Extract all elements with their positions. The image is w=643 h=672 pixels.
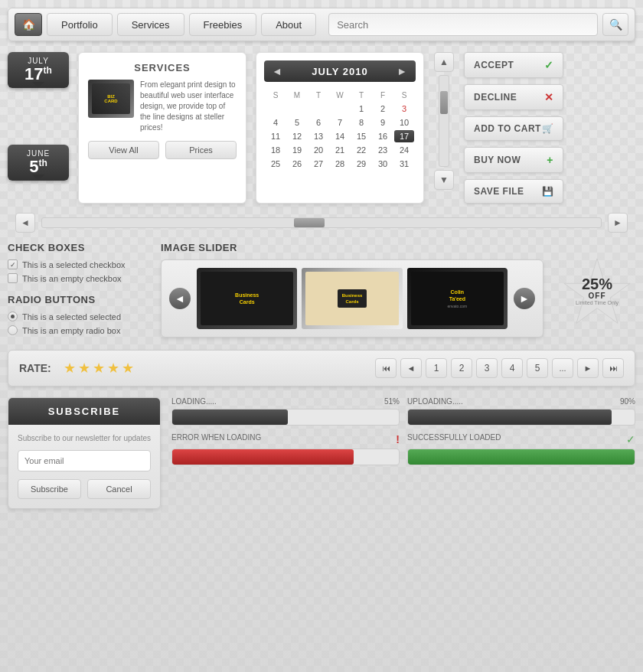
radio-1[interactable]: [8, 312, 18, 321]
decline-button[interactable]: DECLINE ✕: [464, 84, 563, 110]
cal-cell[interactable]: 23: [373, 144, 393, 156]
star-5[interactable]: ★: [122, 360, 134, 377]
page-last-button[interactable]: ⏭: [602, 358, 624, 378]
success-label: SUCCESSFULLY LOADED: [407, 433, 501, 445]
page-4-button[interactable]: 4: [501, 358, 523, 378]
search-icon[interactable]: 🔍: [602, 13, 628, 36]
save-file-button[interactable]: SAVE FILE 💾: [464, 179, 563, 204]
cal-cell[interactable]: 13: [308, 130, 328, 142]
cal-cell[interactable]: 29: [351, 158, 371, 170]
cal-cell[interactable]: 4: [266, 116, 286, 129]
rate-label: RATE:: [19, 362, 51, 374]
navbar: 🏠 Portfolio Services Freebies About 🔍: [8, 8, 635, 41]
cal-cell[interactable]: 19: [287, 144, 307, 156]
cal-cell[interactable]: 2: [373, 103, 393, 115]
cal-cell[interactable]: 6: [308, 116, 328, 129]
cal-cell[interactable]: 31: [394, 158, 414, 170]
radio-item-2[interactable]: This is an empty radio box: [8, 325, 145, 335]
page-3-button[interactable]: 3: [476, 358, 498, 378]
cal-cell[interactable]: 20: [308, 144, 328, 156]
nav-home-button[interactable]: 🏠: [15, 13, 42, 36]
subscribe-button[interactable]: Subscribe: [18, 479, 81, 499]
slider-thumb[interactable]: [294, 218, 325, 227]
cal-cell[interactable]: 18: [266, 144, 286, 156]
error-icon: !: [396, 433, 400, 445]
star-4[interactable]: ★: [107, 360, 119, 377]
scroll-up-button[interactable]: ▲: [434, 52, 454, 72]
cal-cell[interactable]: 27: [308, 158, 328, 170]
checkbox-item-1[interactable]: This is a selected checkbox: [8, 259, 145, 269]
checkbox-item-2[interactable]: This is an empty checkbox: [8, 273, 145, 283]
cal-cell[interactable]: 12: [287, 130, 307, 142]
scroll-thumb[interactable]: [440, 91, 448, 114]
checkbox-2[interactable]: [8, 273, 18, 283]
page-1-button[interactable]: 1: [426, 358, 447, 378]
star-1[interactable]: ★: [64, 360, 76, 377]
cal-cell[interactable]: [330, 103, 350, 115]
cal-cell[interactable]: 28: [330, 158, 350, 170]
nav-portfolio-button[interactable]: Portfolio: [47, 13, 113, 36]
cal-cell[interactable]: [308, 103, 328, 115]
scroll-down-button[interactable]: ▼: [434, 170, 454, 190]
prices-button[interactable]: Prices: [165, 141, 237, 159]
page-prev-button[interactable]: ◄: [400, 358, 422, 378]
cal-cell[interactable]: 11: [266, 130, 286, 142]
horizontal-slider-row: ◄ ►: [8, 213, 635, 233]
cal-cell[interactable]: 21: [330, 144, 350, 156]
page-first-button[interactable]: ⏮: [375, 358, 397, 378]
slider-right-button[interactable]: ►: [608, 213, 628, 233]
calendar-next-button[interactable]: ►: [397, 65, 408, 77]
decline-label: DECLINE: [474, 92, 517, 103]
star-2[interactable]: ★: [78, 360, 90, 377]
slider-left-button[interactable]: ◄: [15, 213, 35, 233]
image-slider-title: IMAGE SLIDER: [161, 242, 543, 253]
cal-cell[interactable]: 8: [351, 116, 371, 129]
uploading-percent: 90%: [620, 397, 635, 406]
radio-label-1: This is a selected selected: [22, 312, 121, 321]
cal-cell[interactable]: 30: [373, 158, 393, 170]
page-next-button[interactable]: ►: [577, 358, 599, 378]
image-slider-prev-button[interactable]: ◄: [169, 288, 191, 309]
page-5-button[interactable]: 5: [527, 358, 548, 378]
cal-cell[interactable]: 25: [266, 158, 286, 170]
nav-about-button[interactable]: About: [261, 13, 316, 36]
nav-freebies-button[interactable]: Freebies: [189, 13, 257, 36]
cal-cell[interactable]: 15: [351, 130, 371, 142]
add-to-cart-button[interactable]: ADD TO CART 🛒: [464, 116, 563, 141]
cal-cell[interactable]: 14: [330, 130, 350, 142]
cal-cell[interactable]: 24: [394, 144, 414, 156]
radio-2[interactable]: [8, 325, 18, 335]
view-all-button[interactable]: View All: [88, 141, 159, 159]
cal-day-w: W: [330, 90, 350, 101]
plus-icon: +: [547, 154, 553, 166]
search-input[interactable]: [328, 13, 598, 36]
cal-cell[interactable]: [287, 103, 307, 115]
email-input[interactable]: [18, 450, 151, 471]
cal-cell[interactable]: 5: [287, 116, 307, 129]
cal-cell[interactable]: 1: [351, 103, 371, 115]
cal-cell[interactable]: 3: [394, 103, 414, 115]
calendar-prev-button[interactable]: ◄: [272, 65, 283, 77]
slider-track[interactable]: [41, 217, 602, 228]
x-icon: ✕: [544, 91, 554, 103]
cal-cell[interactable]: 16: [373, 130, 393, 142]
cal-day-f: F: [373, 90, 393, 101]
nav-services-button[interactable]: Services: [117, 13, 184, 36]
cal-cell[interactable]: 17: [394, 130, 414, 142]
buy-now-button[interactable]: BUY NOW +: [464, 147, 563, 173]
page-2-button[interactable]: 2: [451, 358, 472, 378]
accept-button[interactable]: ACCEPT ✓: [464, 52, 563, 78]
star-rating[interactable]: ★ ★ ★ ★ ★: [64, 360, 134, 377]
cal-cell[interactable]: 10: [394, 116, 414, 129]
cal-cell[interactable]: 7: [330, 116, 350, 129]
star-3[interactable]: ★: [93, 360, 105, 377]
progress-section: LOADING..... 51% UPLOADING..... 90%: [171, 397, 635, 509]
cal-cell[interactable]: [266, 103, 286, 115]
checkbox-1[interactable]: [8, 259, 18, 269]
radio-item-1[interactable]: This is a selected selected: [8, 312, 145, 321]
cancel-button[interactable]: Cancel: [87, 479, 151, 499]
image-slider-next-button[interactable]: ►: [514, 288, 535, 309]
cal-cell[interactable]: 9: [373, 116, 393, 129]
cal-cell[interactable]: 22: [351, 144, 371, 156]
cal-cell[interactable]: 26: [287, 158, 307, 170]
